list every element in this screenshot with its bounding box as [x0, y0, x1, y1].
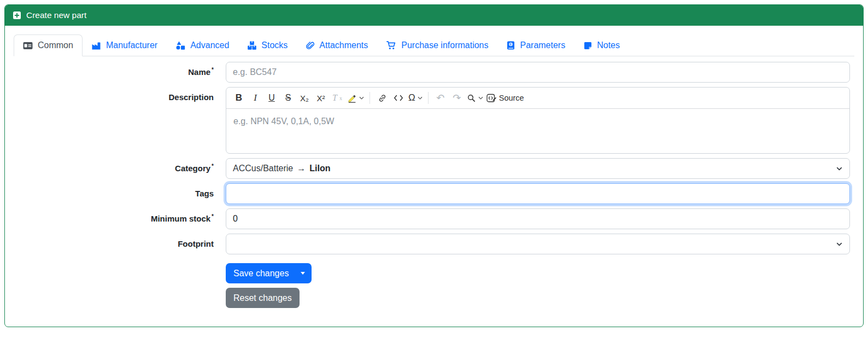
superscript-button[interactable]: X² [313, 90, 329, 106]
chevron-down-icon [418, 96, 423, 101]
form-actions: Save changes Reset changes [226, 263, 854, 308]
page: Create new part Common Manufacturer Adva… [0, 0, 868, 337]
tab-label: Parameters [520, 39, 565, 51]
reset-button[interactable]: Reset changes [226, 288, 300, 308]
special-characters-button[interactable]: Ω [407, 90, 424, 106]
category-selected: LiIon [309, 164, 330, 173]
chevron-down-icon [836, 241, 843, 248]
italic-button[interactable]: I [247, 90, 263, 106]
link-button[interactable] [374, 90, 390, 106]
cart-icon [386, 41, 396, 50]
strikethrough-button[interactable]: S [280, 90, 296, 106]
source-button[interactable]: Source [485, 90, 526, 106]
tab-label: Common [38, 39, 73, 51]
rich-text-editor: B I U S X₂ X² Tx [226, 87, 850, 154]
description-row: Description B I U S X₂ X² Tx [14, 87, 854, 154]
minimum-stock-input[interactable] [226, 208, 850, 229]
sticky-note-icon [584, 42, 592, 50]
link-icon [378, 94, 387, 103]
tab-attachments[interactable]: Attachments [297, 34, 377, 56]
part-form: Name* Description B I U S X₂ [14, 62, 854, 308]
save-button-group: Save changes [226, 263, 312, 283]
tab-manufacturer[interactable]: Manufacturer [83, 34, 167, 56]
source-button-label: Source [499, 94, 524, 102]
required-marker: * [212, 163, 214, 169]
marker-icon [347, 94, 357, 103]
name-input[interactable] [226, 62, 850, 83]
tab-label: Notes [597, 39, 620, 51]
find-replace-icon [467, 94, 476, 103]
tags-row: Tags [14, 183, 854, 204]
caret-down-icon [301, 272, 305, 275]
subscript-button[interactable]: X₂ [296, 90, 313, 106]
undo-button[interactable]: ↶ [432, 90, 449, 106]
plus-square-icon [13, 11, 21, 20]
footprint-select[interactable] [226, 234, 850, 254]
tab-common[interactable]: Common [14, 34, 83, 56]
book-atlas-icon [507, 41, 515, 50]
tab-purchase-informations[interactable]: Purchase informations [377, 34, 497, 56]
footprint-label: Footprint [14, 234, 226, 254]
paperclip-icon [306, 41, 314, 50]
chevron-down-icon [836, 165, 843, 172]
save-button[interactable]: Save changes [226, 263, 296, 283]
category-arrow: → [297, 164, 306, 173]
tab-bar: Common Manufacturer Advanced Stocks Atta… [14, 34, 854, 56]
required-marker: * [212, 213, 214, 219]
category-label: Category* [14, 158, 226, 179]
tab-label: Purchase informations [401, 39, 488, 51]
tab-label: Stocks [261, 39, 288, 51]
tab-label: Advanced [190, 39, 229, 51]
category-row: Category* ACCus/Batterie → LiIon [14, 158, 854, 179]
id-card-icon [23, 42, 33, 50]
toolbar-separator [370, 92, 370, 104]
toolbar-separator [428, 92, 429, 104]
tags-input[interactable] [226, 183, 850, 204]
bold-button[interactable]: B [231, 90, 247, 106]
redo-button[interactable]: ↷ [449, 90, 465, 106]
category-path: ACCus/Batterie [233, 164, 293, 173]
boxes-icon [248, 41, 256, 50]
description-label: Description [14, 87, 226, 108]
find-replace-button[interactable] [465, 90, 485, 106]
chevron-down-icon [478, 96, 483, 101]
card-header: Create new part [5, 5, 863, 26]
editor-toolbar: B I U S X₂ X² Tx [226, 88, 849, 109]
description-editable[interactable]: e.g. NPN 45V, 0,1A, 0,5W [226, 109, 849, 153]
minimum-stock-label: Minimum stock* [14, 208, 226, 229]
tab-advanced[interactable]: Advanced [167, 34, 238, 56]
code-button[interactable] [390, 90, 407, 106]
remove-format-button[interactable]: Tx [329, 90, 345, 106]
factory-icon [92, 42, 101, 50]
source-icon [486, 94, 497, 103]
minimum-stock-row: Minimum stock* [14, 208, 854, 229]
underline-button[interactable]: U [263, 90, 280, 106]
category-select[interactable]: ACCus/Batterie → LiIon [226, 158, 850, 179]
name-label: Name* [14, 62, 226, 83]
highlight-button[interactable] [345, 90, 366, 106]
tab-label: Manufacturer [106, 39, 157, 51]
tab-notes[interactable]: Notes [574, 34, 629, 56]
chevron-down-icon [359, 96, 364, 101]
shapes-icon [176, 41, 185, 50]
page-title: Create new part [26, 10, 86, 20]
create-part-card: Create new part Common Manufacturer Adva… [4, 4, 864, 327]
tab-parameters[interactable]: Parameters [497, 34, 574, 56]
name-row: Name* [14, 62, 854, 83]
required-marker: * [212, 67, 214, 73]
tags-label: Tags [14, 183, 226, 204]
footprint-row: Footprint [14, 234, 854, 254]
tab-label: Attachments [319, 39, 368, 51]
save-dropdown-toggle[interactable] [296, 263, 312, 283]
tab-stocks[interactable]: Stocks [238, 34, 297, 56]
code-icon [394, 94, 403, 102]
